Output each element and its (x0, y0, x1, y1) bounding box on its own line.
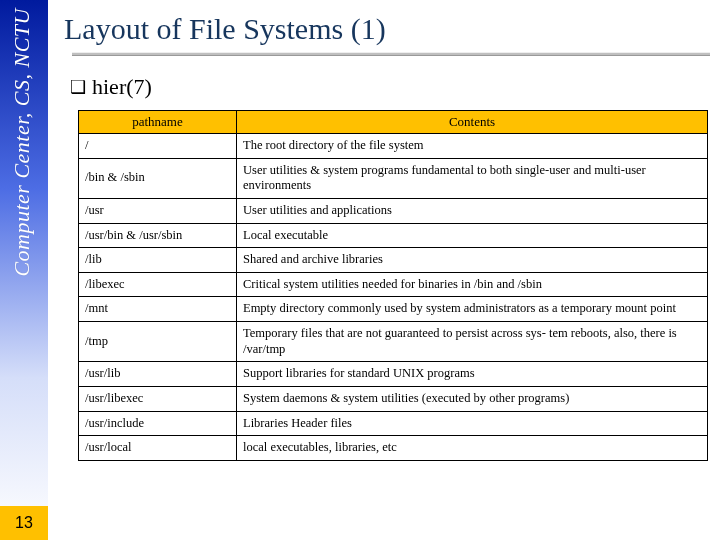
table-row: /usr/includeLibraries Header files (79, 411, 708, 436)
cell-path: /usr/lib (79, 362, 237, 387)
cell-desc: Support libraries for standard UNIX prog… (237, 362, 708, 387)
cell-path: /bin & /sbin (79, 158, 237, 198)
cell-desc: Shared and archive libraries (237, 248, 708, 273)
table-row: /libShared and archive libraries (79, 248, 708, 273)
slide-content: Layout of File Systems (1) ❑hier(7) path… (60, 6, 710, 534)
cell-path: /libexec (79, 272, 237, 297)
table-header-row: pathname Contents (79, 111, 708, 134)
table-row: /usr/bin & /usr/sbinLocal executable (79, 223, 708, 248)
cell-desc: Temporary files that are not guaranteed … (237, 322, 708, 362)
cell-desc: User utilities and applications (237, 198, 708, 223)
cell-path: /tmp (79, 322, 237, 362)
cell-desc: local executables, libraries, etc (237, 436, 708, 461)
filesystem-table: pathname Contents /The root directory of… (78, 110, 708, 461)
cell-path: /usr/libexec (79, 386, 237, 411)
col-header-contents: Contents (237, 111, 708, 134)
cell-desc: User utilities & system programs fundame… (237, 158, 708, 198)
table-row: /usr/libexecSystem daemons & system util… (79, 386, 708, 411)
cell-path: /usr (79, 198, 237, 223)
cell-desc: Empty directory commonly used by system … (237, 297, 708, 322)
col-header-pathname: pathname (79, 111, 237, 134)
table-row: /The root directory of the file system (79, 134, 708, 159)
table-row: /libexecCritical system utilities needed… (79, 272, 708, 297)
sidebar-org-text: Computer Center, CS, NCTU (9, 8, 35, 277)
slide: Computer Center, CS, NCTU 13 Layout of F… (0, 0, 720, 540)
cell-path: /usr/local (79, 436, 237, 461)
bullet-marker-icon: ❑ (70, 77, 86, 97)
cell-desc: The root directory of the file system (237, 134, 708, 159)
table-row: /bin & /sbinUser utilities & system prog… (79, 158, 708, 198)
cell-desc: Libraries Header files (237, 411, 708, 436)
cell-path: /mnt (79, 297, 237, 322)
cell-desc: Critical system utilities needed for bin… (237, 272, 708, 297)
bullet-text: hier(7) (92, 74, 152, 99)
cell-path: /usr/include (79, 411, 237, 436)
table-row: /usrUser utilities and applications (79, 198, 708, 223)
cell-path: /lib (79, 248, 237, 273)
cell-desc: System daemons & system utilities (execu… (237, 386, 708, 411)
slide-title: Layout of File Systems (1) (64, 12, 706, 46)
cell-path: /usr/bin & /usr/sbin (79, 223, 237, 248)
cell-path: / (79, 134, 237, 159)
bullet-hier: ❑hier(7) (70, 74, 710, 100)
table-row: /usr/locallocal executables, libraries, … (79, 436, 708, 461)
title-rule (72, 52, 710, 56)
table-row: /tmpTemporary files that are not guarant… (79, 322, 708, 362)
table-row: /usr/libSupport libraries for standard U… (79, 362, 708, 387)
cell-desc: Local executable (237, 223, 708, 248)
page-number-badge: 13 (0, 506, 48, 540)
table-row: /mntEmpty directory commonly used by sys… (79, 297, 708, 322)
